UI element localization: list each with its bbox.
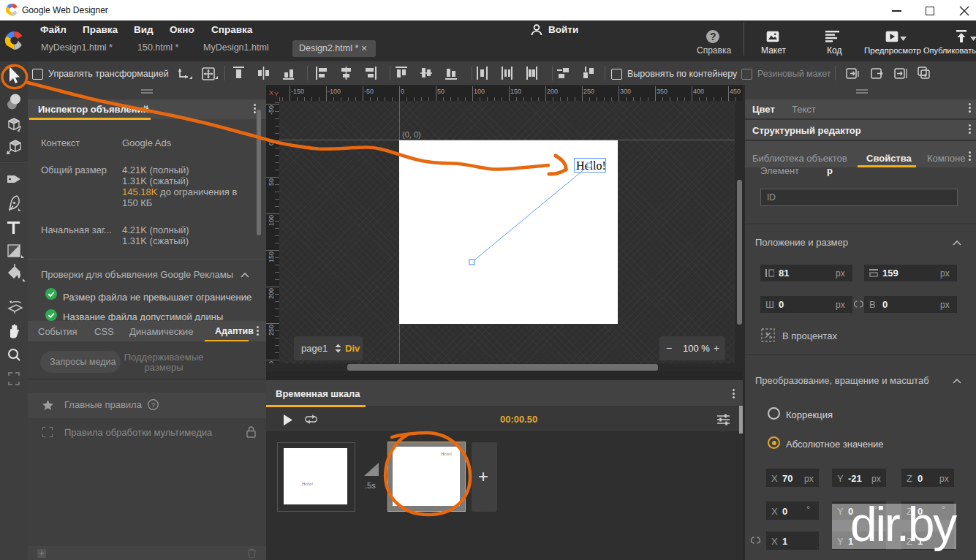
svg-text:?: ? bbox=[151, 401, 155, 409]
